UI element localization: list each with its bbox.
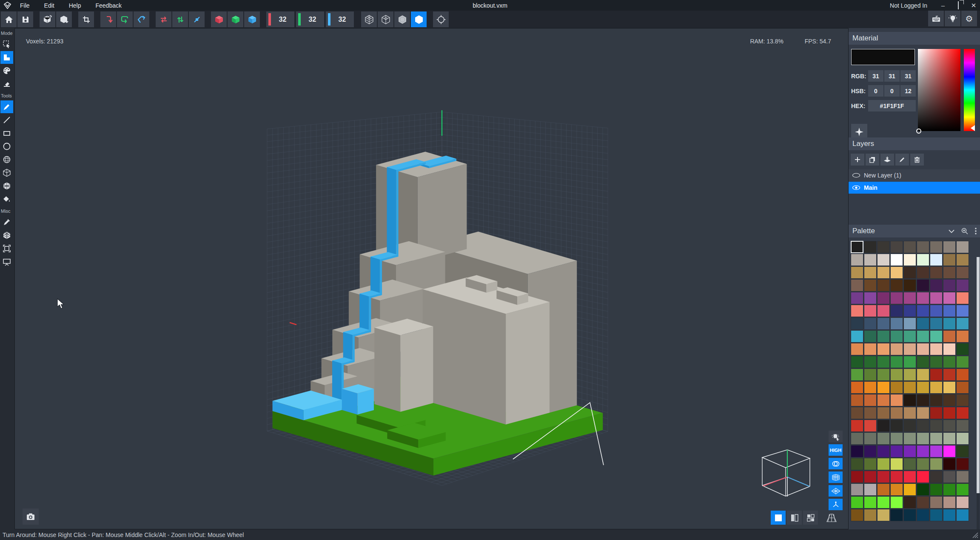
palette-swatch[interactable] <box>877 279 890 291</box>
dimension-y-field[interactable]: 32 <box>296 11 324 27</box>
palette-swatch[interactable] <box>851 266 863 279</box>
palette-swatch[interactable] <box>943 254 956 266</box>
add-layer-button[interactable] <box>851 154 864 166</box>
palette-swatch[interactable] <box>877 369 890 381</box>
menu-feedback[interactable]: Feedback <box>88 2 128 9</box>
palette-swatch[interactable] <box>943 471 956 483</box>
line-tool-button[interactable] <box>0 114 13 126</box>
palette-swatch[interactable] <box>930 330 943 343</box>
layer-row-main[interactable]: Main <box>849 182 980 194</box>
palette-swatch[interactable] <box>877 509 890 521</box>
hsb-h-field[interactable]: 0 <box>868 85 883 97</box>
palette-swatch[interactable] <box>890 471 903 483</box>
palette-swatch[interactable] <box>890 496 903 509</box>
palette-swatch[interactable] <box>956 254 969 266</box>
palette-swatch[interactable] <box>943 483 956 496</box>
palette-swatch[interactable] <box>864 317 877 330</box>
palette-swatch[interactable] <box>930 241 943 253</box>
palette-swatch[interactable] <box>851 432 863 445</box>
palette-swatch[interactable] <box>864 420 877 432</box>
view-wireframe-button[interactable] <box>378 11 393 27</box>
palette-swatch[interactable] <box>890 432 903 445</box>
palette-swatch[interactable] <box>917 432 929 445</box>
floor-grid-button[interactable] <box>829 485 843 497</box>
palette-swatch[interactable] <box>890 266 903 279</box>
palette-swatch[interactable] <box>851 509 863 521</box>
circle-tool-button[interactable] <box>0 140 13 153</box>
rgb-r-field[interactable]: 31 <box>868 70 883 82</box>
palette-swatch[interactable] <box>956 330 969 343</box>
palette-swatch[interactable] <box>956 369 969 381</box>
zoom-in-icon[interactable] <box>961 228 968 234</box>
palette-swatch[interactable] <box>930 483 943 496</box>
axis-cube-z-button[interactable] <box>244 11 260 27</box>
palette-swatch[interactable] <box>851 356 863 368</box>
palette-swatch[interactable] <box>943 381 956 394</box>
palette-swatch[interactable] <box>903 266 916 279</box>
palette-swatch[interactable] <box>877 343 890 355</box>
palette-swatch[interactable] <box>956 407 969 419</box>
palette-swatch[interactable] <box>903 394 916 406</box>
wall-grid-button[interactable] <box>829 471 843 483</box>
palette-swatch[interactable] <box>917 369 929 381</box>
palette-swatch[interactable] <box>890 394 903 406</box>
render-quality-button[interactable]: HIGH <box>829 444 843 456</box>
menu-file[interactable]: File <box>13 2 37 9</box>
shortcuts-button[interactable] <box>928 11 944 26</box>
palette-swatch[interactable] <box>930 305 943 317</box>
palette-swatch[interactable] <box>890 343 903 355</box>
palette-swatch[interactable] <box>956 279 969 291</box>
select-mode-button[interactable] <box>0 38 13 51</box>
palette-swatch[interactable] <box>903 381 916 394</box>
palette-swatch[interactable] <box>956 343 969 355</box>
rotate-z-button[interactable] <box>134 11 149 27</box>
palette-swatch[interactable] <box>943 509 956 521</box>
palette-swatch[interactable] <box>917 292 929 304</box>
palette-swatch[interactable] <box>943 266 956 279</box>
rename-layer-button[interactable] <box>895 154 909 166</box>
palette-swatch[interactable] <box>930 343 943 355</box>
screenshot-button[interactable] <box>23 509 39 525</box>
palette-swatch[interactable] <box>943 445 956 457</box>
palette-swatch[interactable] <box>864 266 877 279</box>
palette-swatch[interactable] <box>877 356 890 368</box>
palette-swatch[interactable] <box>851 445 863 457</box>
restore-button[interactable] <box>954 2 962 9</box>
palette-swatch[interactable] <box>930 445 943 457</box>
palette-swatch[interactable] <box>890 458 903 470</box>
palette-swatch[interactable] <box>864 279 877 291</box>
palette-swatch[interactable] <box>851 241 863 253</box>
presentation-button[interactable] <box>0 255 13 268</box>
palette-swatch[interactable] <box>890 241 903 253</box>
palette-swatch[interactable] <box>917 496 929 509</box>
palette-swatch[interactable] <box>930 356 943 368</box>
palette-swatch[interactable] <box>851 407 863 419</box>
palette-swatch[interactable] <box>864 483 877 496</box>
palette-swatch[interactable] <box>930 369 943 381</box>
hsb-b-field[interactable]: 12 <box>900 85 916 97</box>
palette-swatch[interactable] <box>903 407 916 419</box>
view-solid-button[interactable] <box>411 11 427 27</box>
palette-swatch[interactable] <box>864 241 877 253</box>
palette-swatch[interactable] <box>903 369 916 381</box>
palette-swatch[interactable] <box>930 420 943 432</box>
palette-swatch[interactable] <box>851 369 863 381</box>
hsb-s-field[interactable]: 0 <box>884 85 900 97</box>
hex-field[interactable]: #1F1F1F <box>868 100 916 111</box>
palette-swatch[interactable] <box>917 343 929 355</box>
palette-swatch[interactable] <box>864 471 877 483</box>
palette-swatch[interactable] <box>877 483 890 496</box>
palette-swatch[interactable] <box>890 305 903 317</box>
palette-swatch[interactable] <box>851 420 863 432</box>
palette-swatch[interactable] <box>877 407 890 419</box>
palette-swatch[interactable] <box>877 432 890 445</box>
upscale-model-button[interactable] <box>40 11 55 27</box>
split-view-button[interactable] <box>787 511 802 525</box>
palette-swatch[interactable] <box>851 471 863 483</box>
palette-swatch[interactable] <box>890 254 903 266</box>
duplicate-layer-button[interactable] <box>866 154 879 166</box>
palette-swatch[interactable] <box>877 266 890 279</box>
palette-swatch[interactable] <box>851 279 863 291</box>
palette-scrollbar[interactable] <box>977 257 980 540</box>
palette-swatch[interactable] <box>851 292 863 304</box>
